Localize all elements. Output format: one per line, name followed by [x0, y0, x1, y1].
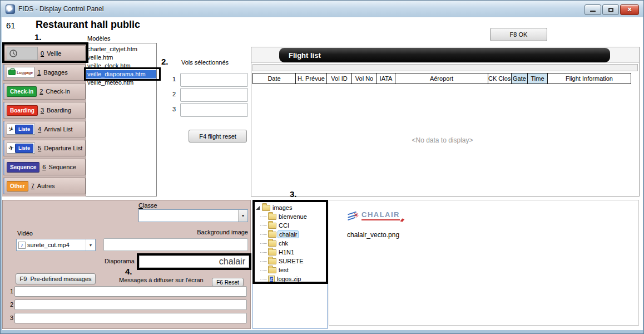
checkin-badge-icon: Check-in [7, 86, 37, 97]
image-preview-panel: ✳ CHALAIR chalair_vecto.png [329, 200, 639, 326]
row-number: 2 [6, 301, 13, 308]
tree-node-label: SURETE [279, 258, 304, 264]
image-folder-tree: images bienvenue CCI chalair chk H1N1 SU… [252, 200, 328, 329]
background-image-input[interactable] [103, 238, 248, 251]
accel-key: 5 [38, 145, 41, 151]
accel-key: 6 [42, 164, 46, 170]
message-input-2[interactable] [14, 299, 247, 310]
sidebar-item-bagages[interactable]: Luggage 1 Bagages [3, 64, 86, 81]
boarding-badge-icon: Boarding [7, 105, 38, 116]
tree-node-label: chalair [278, 230, 299, 238]
f6-reset-button[interactable]: F6 Reset [212, 278, 244, 287]
sidebar-item-veille[interactable]: 0 Veille [3, 45, 86, 62]
screen-code: 61 [6, 21, 16, 30]
folder-icon [268, 249, 276, 256]
folder-icon [268, 267, 276, 273]
sidebar-item-arrival-list[interactable]: ✈Liste 4 Arrival List [3, 121, 86, 137]
tab-flight-list[interactable]: Flight list [279, 48, 610, 62]
tree-node[interactable]: test [253, 266, 327, 274]
sidebar-item-label: Check-in [46, 88, 70, 95]
column-header[interactable]: CK Close [488, 73, 512, 84]
sidebar-item-label: Boarding [47, 107, 71, 114]
flight-input-1[interactable] [180, 73, 248, 87]
tree-node-root[interactable]: images [253, 203, 327, 212]
list-item[interactable]: charter_cityjet.htm [86, 45, 156, 53]
chalair-logo-text: CHALAIR [361, 210, 400, 220]
list-item[interactable]: veille.htm [86, 53, 156, 62]
tree-node[interactable]: CCI [253, 221, 327, 230]
clock-icon [7, 47, 38, 60]
column-header[interactable]: Time [528, 73, 548, 84]
column-header[interactable]: Vol No [352, 73, 377, 84]
column-header[interactable]: Aéroport [395, 73, 488, 84]
flight-input-2[interactable] [180, 88, 248, 102]
message-input-3[interactable] [14, 313, 247, 323]
tree-node[interactable]: bienvenue [253, 212, 327, 221]
chalair-star-icon: ✳ [348, 210, 360, 220]
flight-input-3[interactable] [180, 103, 248, 117]
tree-node-label: logos.zip [277, 276, 301, 282]
luggage-icon: Luggage [7, 67, 34, 78]
tree-node-label: CCI [279, 222, 289, 229]
column-header[interactable]: Flight Information [548, 73, 631, 84]
diaporama-label: Diaporama [105, 258, 135, 264]
selected-flights-label: Vols sélectionnés [181, 59, 229, 66]
f4-flight-reset-button[interactable]: F4 flight reset [189, 130, 247, 143]
column-header[interactable]: Gate [512, 73, 528, 84]
column-header[interactable]: H. Prévue [296, 73, 327, 84]
column-header[interactable]: IATA [377, 73, 395, 84]
folder-icon [268, 223, 276, 229]
sidebar-item-boarding[interactable]: Boarding 3 Boarding [3, 102, 86, 119]
media-file-icon: ♪ [18, 242, 26, 249]
sidebar-item-checkin[interactable]: Check-in 2 Check-in [3, 83, 86, 100]
sidebar-item-sequence[interactable]: Sequence 6 Sequence [3, 159, 86, 175]
column-header[interactable]: Vol ID [327, 73, 352, 84]
list-item[interactable]: veille_clock.htm [86, 62, 156, 70]
other-badge-icon: Other [7, 181, 28, 191]
video-select[interactable]: ♪ surete_cut.mp4 ▼ [16, 239, 96, 251]
row-number: 1 [6, 288, 13, 294]
chevron-down-icon: ▼ [238, 210, 247, 222]
sidebar-item-label: Veille [47, 50, 61, 57]
diaporama-input[interactable]: chalair [139, 256, 249, 268]
flight-table-header: Date H. Prévue Vol ID Vol No IATA Aéropo… [252, 73, 631, 84]
message-input-1[interactable] [14, 286, 247, 297]
tree-node-selected[interactable]: chalair [253, 230, 327, 239]
classe-label: Classe [138, 202, 157, 209]
row-number: 2 [168, 91, 176, 97]
mode-sidebar: 0 Veille Luggage 1 Bagages Check-in 2 Ch… [2, 43, 86, 197]
title-bar[interactable]: FIDS - Display Control Panel ✕ [1, 1, 643, 17]
tree-node-label: chk [279, 240, 288, 247]
sidebar-item-label: Autres [37, 183, 55, 189]
sidebar-item-label: Departure List [44, 145, 82, 151]
classe-select[interactable]: ▼ [138, 209, 248, 222]
column-header[interactable]: Date [252, 73, 296, 84]
accel-key: 4 [38, 126, 41, 132]
annotation-4: 4. [125, 267, 132, 276]
accel-key: 0 [41, 50, 44, 57]
minimize-button[interactable] [584, 4, 601, 15]
tree-node[interactable]: chk [253, 239, 327, 248]
f9-predefined-messages-button[interactable]: F9 Pre-defined messages [16, 273, 96, 284]
messages-label: Messages à diffuser sur l'écran [119, 277, 204, 283]
video-label: Vidéo [17, 230, 33, 237]
plane-takeoff-icon: ✈Liste [7, 143, 35, 154]
models-label: Modèles [87, 35, 111, 42]
minimize-icon [590, 11, 596, 12]
accel-key: 1 [37, 69, 41, 76]
list-item[interactable]: veille_meteo.htm [86, 78, 156, 87]
tree-expand-icon[interactable] [256, 206, 260, 210]
sidebar-item-departure-list[interactable]: ✈Liste 5 Departure List [3, 140, 86, 156]
sidebar-item-autres[interactable]: Other 7 Autres [3, 178, 86, 194]
tree-node[interactable]: SURETE [253, 257, 327, 266]
list-item-selected[interactable]: veille_diaporama.htm [86, 70, 156, 78]
f8-ok-button[interactable]: F8 OK [490, 28, 547, 41]
preview-filename: chalair_vecto.png [347, 231, 399, 239]
background-image-label: Background image [147, 229, 248, 235]
maximize-button[interactable] [602, 4, 619, 15]
accel-key: 7 [31, 183, 34, 189]
flight-list-toolbar-strip [252, 64, 638, 71]
close-button[interactable]: ✕ [620, 4, 639, 15]
tree-node[interactable]: H1N1 [253, 248, 327, 257]
tree-node-zip[interactable]: Zlogos.zip [253, 274, 327, 283]
